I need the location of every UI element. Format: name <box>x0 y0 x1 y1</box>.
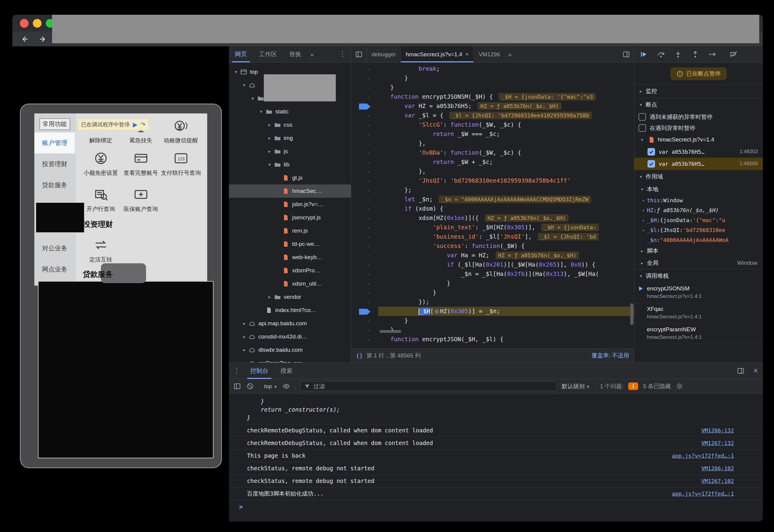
code-gutter[interactable]: - <box>351 223 378 232</box>
tree-item-static[interactable]: ▾static <box>229 105 351 118</box>
app-menu-item-对公业务[interactable]: 对公业务 <box>34 238 75 259</box>
watch-section-header[interactable]: ▸ 监控 <box>634 84 763 98</box>
code-gutter[interactable]: - <box>351 92 378 101</box>
console-filter-input[interactable]: 过滤 <box>300 381 557 391</box>
scope-variable[interactable]: ▸this: Window <box>634 195 763 205</box>
code-gutter[interactable]: - <box>351 269 378 279</box>
step-over-button[interactable] <box>657 50 665 58</box>
close-tab-icon[interactable]: × <box>465 51 469 58</box>
app-grid-item-定活互转[interactable]: 定活互转 <box>81 237 121 264</box>
code-gutter[interactable]: - <box>351 167 378 176</box>
tree-item-dlswbr.baidu.com[interactable]: ▸dlswbr.baidu.com <box>229 343 351 357</box>
app-menu-item-贷款服务[interactable]: 贷款服务 <box>34 175 75 196</box>
step-into-button[interactable] <box>674 50 682 58</box>
tree-item-img[interactable]: ▸img <box>229 131 351 145</box>
app-grid-item-动账微信提醒[interactable]: 动账微信提醒 <box>161 118 201 144</box>
more-tabs-icon[interactable]: » <box>505 51 515 58</box>
tree-item-constid-mx42d.di…[interactable]: ▸constid-mx42d.di… <box>229 330 351 343</box>
scope-variable[interactable]: _$n: "4000AAAAAjAxAAAAAWoA <box>634 235 763 245</box>
sources-tab-工作区[interactable]: 工作区 <box>253 46 283 62</box>
callstack-frame[interactable]: encryptJSONSMhmacSecrect.js?v=1.4:1 <box>634 283 763 303</box>
scope-global-group[interactable]: ▸ 全局 Window <box>634 257 763 269</box>
code-gutter[interactable]: - <box>351 279 378 288</box>
console-source-link[interactable]: app.js?v=172ffed…:1 <box>672 490 734 498</box>
vertical-scrollbar[interactable] <box>630 303 633 325</box>
console-tab-搜索[interactable]: 搜索 <box>274 363 299 379</box>
step-button[interactable] <box>708 50 717 58</box>
app-grid-item-查看完整账号[interactable]: 查看完整账号 <box>121 150 161 177</box>
back-button[interactable] <box>20 35 29 44</box>
close-window-button[interactable] <box>20 19 29 28</box>
close-console-icon[interactable]: × <box>748 366 763 376</box>
tree-item-api.map.baidu.com[interactable]: ▸api.map.baidu.com <box>229 317 351 330</box>
checkbox-unchecked[interactable] <box>639 124 646 132</box>
app-grid-item-开户行查询[interactable]: 开户行查询 <box>81 186 121 213</box>
toggle-debugger-sidebar-icon[interactable] <box>619 46 634 62</box>
tree-item-lib[interactable]: ▾lib <box>229 158 351 171</box>
checkbox-checked[interactable] <box>648 148 655 156</box>
step-over-icon[interactable]: ↷ <box>140 122 145 128</box>
code-gutter[interactable]: - <box>351 157 378 167</box>
code-gutter[interactable]: - <box>351 335 378 344</box>
app-menu-item-网点业务[interactable]: 网点业务 <box>34 259 75 280</box>
eye-icon[interactable] <box>282 382 290 390</box>
resume-button[interactable] <box>640 50 648 58</box>
tree-item-jsbn.js?v=…[interactable]: jsbn.js?v=… <box>229 198 351 211</box>
code-gutter[interactable]: - <box>351 73 378 83</box>
code-gutter[interactable] <box>351 307 378 316</box>
console-source-link[interactable]: VM1266:102 <box>701 464 734 472</box>
editor-tab-debugger[interactable]: debugger <box>367 46 401 62</box>
hidden-messages-label[interactable]: 5 条已隐藏 <box>643 382 671 390</box>
tree-item-xdsm_util…[interactable]: xdsm_util… <box>229 277 351 290</box>
checkbox-checked[interactable] <box>648 160 655 168</box>
code-gutter[interactable]: - <box>351 195 378 204</box>
breakpoint-entry[interactable]: var a053b76H5…1:48202 <box>634 146 763 158</box>
breakpoints-section-header[interactable]: ▾ 断点 <box>634 98 763 111</box>
code-gutter[interactable]: - <box>351 111 378 120</box>
coverage-link[interactable]: 覆盖率: 不适用 <box>592 352 629 360</box>
editor-tab-hmacSecrect.js?v=1.4[interactable]: hmacSecrect.js?v=1.4× <box>401 46 474 62</box>
app-grid-item-医保账户查询[interactable]: 医保账户查询 <box>121 186 161 213</box>
tree-item-js[interactable]: ▸js <box>229 145 351 158</box>
checkbox-unchecked[interactable] <box>639 113 646 121</box>
code-gutter[interactable]: - <box>351 129 378 139</box>
editor-tab-VM1296[interactable]: VM1296 <box>474 46 505 62</box>
console-menu-icon[interactable]: ⋮ <box>229 367 244 375</box>
code-gutter[interactable]: - <box>351 297 378 307</box>
console-source-link[interactable]: app.js?v=172ffed…:1 <box>672 452 734 460</box>
app-grid-item-小额免密设置[interactable]: 小额免密设置 <box>81 150 121 177</box>
more-tabs-icon[interactable]: » <box>307 51 317 58</box>
panel-menu-icon[interactable]: ⋮ <box>334 50 351 58</box>
tree-item-td-pc-we…[interactable]: td-pc-we… <box>229 237 351 251</box>
issues-count-badge[interactable]: 1 <box>628 382 638 390</box>
code-gutter[interactable] <box>351 101 378 111</box>
console-source-link[interactable]: VM1266:132 <box>701 426 734 435</box>
code-gutter[interactable]: - <box>351 185 378 195</box>
breakpoint-file-group[interactable]: ▾ hmacSecrect.js?v=1.4 <box>634 134 763 146</box>
code-gutter[interactable]: - <box>351 251 378 260</box>
sources-tab-网页[interactable]: 网页 <box>229 46 253 62</box>
scope-variable[interactable]: ▸_$l: {JhsQI: 'bd72968310ee <box>634 225 763 235</box>
code-gutter[interactable]: - <box>351 241 378 251</box>
code-gutter[interactable]: - <box>351 213 378 223</box>
tree-item-web-keyb…[interactable]: web-keyb… <box>229 251 351 264</box>
tree-item-rem.js[interactable]: rem.js <box>229 224 351 237</box>
code-editor[interactable]: - break;- }-}-function encryptJSONSM(_$H… <box>351 63 634 348</box>
forward-button[interactable] <box>38 35 47 44</box>
code-gutter[interactable]: - <box>351 260 378 269</box>
horizontal-scrollbar[interactable] <box>379 330 401 333</box>
sources-tab-替换[interactable]: 替换 <box>283 46 307 62</box>
console-tab-控制台[interactable]: 控制台 <box>244 363 274 379</box>
tree-item-wxOpen?tag_ww…[interactable]: wxOpen?tag_ww… <box>229 357 351 363</box>
tree-item-jsencrypt.js[interactable]: jsencrypt.js <box>229 211 351 224</box>
context-selector[interactable]: top▼ <box>264 383 277 390</box>
code-gutter[interactable]: - <box>351 148 378 157</box>
code-gutter[interactable]: - <box>351 139 378 148</box>
code-gutter[interactable]: - <box>351 176 378 185</box>
app-menu-item-投资理财[interactable]: 投资理财 <box>34 153 75 175</box>
step-out-button[interactable] <box>691 50 699 58</box>
scope-variable[interactable]: ▸HZ: ƒ a053b76n(_$o,_$H) <box>634 205 763 215</box>
minimize-window-button[interactable] <box>33 19 42 28</box>
tree-item-index.html?co…[interactable]: index.html?co… <box>229 304 351 317</box>
console-source-link[interactable]: VM1267:132 <box>701 439 734 447</box>
